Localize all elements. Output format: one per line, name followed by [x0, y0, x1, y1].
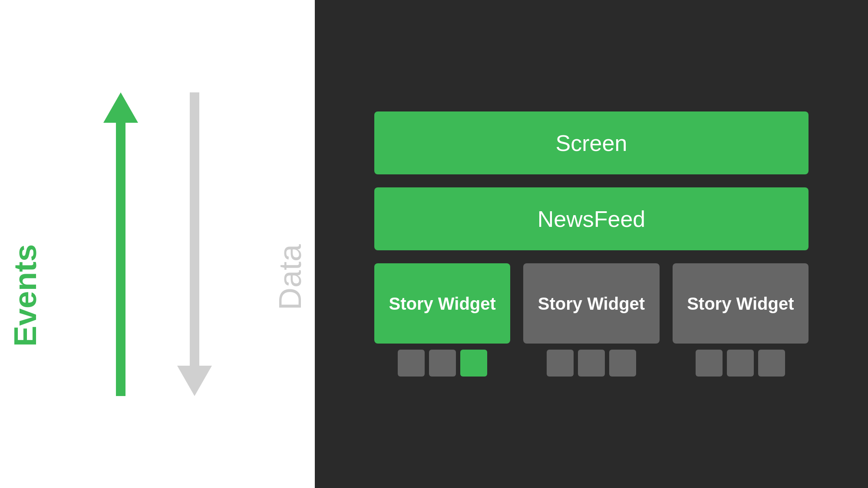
story-widgets-row: Story Widget Story Widget [374, 263, 809, 377]
right-panel: Screen NewsFeed Story Widget [315, 0, 868, 488]
mini-box-1-1 [398, 350, 425, 377]
newsfeed-box: NewsFeed [374, 187, 809, 250]
arrows-wrapper: Events Data [64, 92, 251, 396]
arrow-down-head [177, 366, 212, 396]
arrow-down-shaft [190, 92, 199, 366]
mini-box-2-2 [578, 350, 605, 377]
arrow-up-shaft [116, 123, 125, 396]
events-label: Events [7, 244, 43, 347]
screen-label: Screen [556, 130, 627, 156]
story-widget-label-2: Story Widget [538, 293, 645, 314]
story-widget-label-3: Story Widget [687, 293, 794, 314]
mini-boxes-row-3 [673, 350, 809, 377]
mini-box-3-3 [758, 350, 785, 377]
data-arrow [177, 92, 212, 396]
mini-box-2-3 [609, 350, 636, 377]
mini-box-3-2 [727, 350, 754, 377]
story-widget-box-3: Story Widget [673, 263, 809, 344]
mini-box-2-1 [547, 350, 574, 377]
mini-boxes-row-1 [374, 350, 510, 377]
arrow-up-head [103, 92, 138, 123]
mini-box-3-1 [696, 350, 723, 377]
mini-box-1-2 [429, 350, 456, 377]
story-widget-group-1: Story Widget [374, 263, 510, 377]
story-widget-group-3: Story Widget [673, 263, 809, 377]
events-arrow [103, 92, 138, 396]
data-label: Data [272, 244, 308, 310]
story-widget-box-2: Story Widget [523, 263, 659, 344]
story-widget-group-2: Story Widget [523, 263, 659, 377]
newsfeed-label: NewsFeed [538, 206, 646, 232]
story-widget-box-1: Story Widget [374, 263, 510, 344]
right-content: Screen NewsFeed Story Widget [374, 85, 809, 403]
mini-boxes-row-2 [523, 350, 659, 377]
left-panel: Events Data [0, 0, 315, 488]
mini-box-1-3 [460, 350, 487, 377]
story-widget-label-1: Story Widget [389, 293, 496, 314]
screen-box: Screen [374, 111, 809, 174]
